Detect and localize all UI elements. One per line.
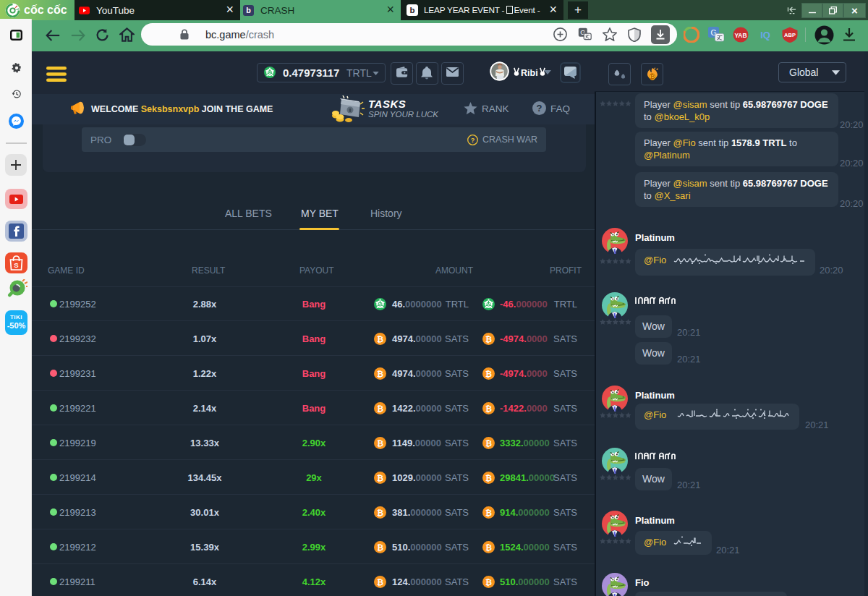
svg-text:₿: ₿ [377, 335, 383, 344]
svg-text:YAB: YAB [734, 32, 746, 39]
svg-text:₿: ₿ [485, 404, 492, 413]
svg-text:₿: ₿ [377, 578, 383, 587]
svg-text:₿: ₿ [377, 508, 383, 517]
svg-text:₿: ₿ [485, 578, 492, 587]
svg-text:₿: ₿ [485, 474, 492, 482]
svg-text:₿: ₿ [650, 73, 655, 80]
svg-text:?: ? [537, 103, 542, 114]
svg-text:b: b [409, 6, 414, 14]
svg-text:₿: ₿ [485, 370, 492, 378]
svg-text:₿: ₿ [485, 335, 492, 344]
svg-text:₿: ₿ [377, 404, 383, 413]
svg-text:₿: ₿ [377, 543, 383, 552]
svg-text:?: ? [471, 136, 475, 143]
svg-text:ABP: ABP [784, 32, 796, 38]
svg-text:S: S [14, 261, 18, 269]
svg-text:IQ: IQ [760, 30, 770, 41]
svg-text:₿: ₿ [377, 370, 383, 378]
svg-text:₿: ₿ [485, 439, 492, 448]
svg-text:₿: ₿ [485, 508, 492, 517]
svg-text:₿: ₿ [485, 543, 492, 552]
svg-text:b: b [246, 6, 251, 14]
svg-text:₿: ₿ [377, 439, 383, 448]
svg-text:₿: ₿ [377, 474, 383, 482]
